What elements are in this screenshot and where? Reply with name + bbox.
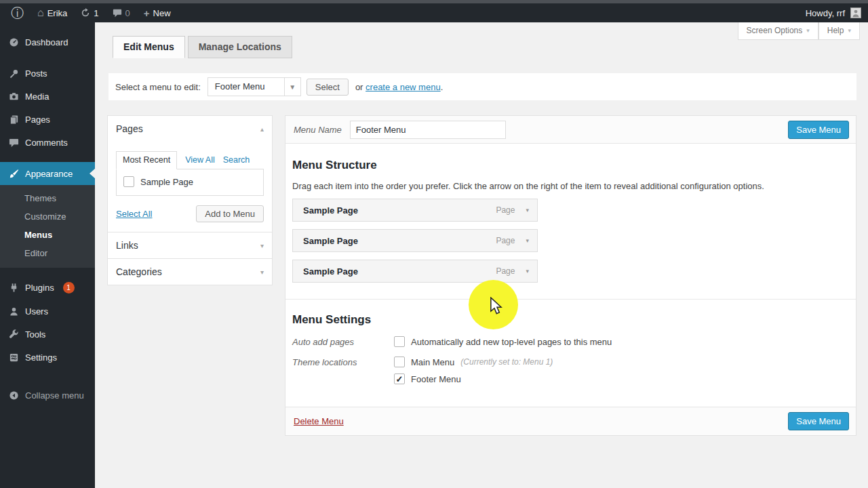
- sidebar-item-label: Media: [25, 92, 49, 102]
- chevron-down-icon: ▾: [260, 268, 264, 276]
- menu-structure-description: Drag each item into the order you prefer…: [292, 181, 849, 191]
- submenu-item-menus[interactable]: Menus: [0, 226, 95, 244]
- auto-add-pages-label: Auto add pages: [292, 336, 394, 347]
- menu-item-label: Sample Page: [303, 236, 496, 246]
- tab-search[interactable]: Search: [223, 155, 250, 165]
- submenu-item-themes[interactable]: Themes: [0, 189, 95, 207]
- sidebar-item-dashboard[interactable]: Dashboard: [0, 30, 95, 54]
- or-text: or: [355, 82, 363, 92]
- select-all-link[interactable]: Select All: [116, 209, 152, 219]
- menu-select-value: Footer Menu: [208, 78, 284, 96]
- chevron-down-icon: ▾: [848, 27, 851, 34]
- links-accordion-title: Links: [116, 240, 138, 251]
- pages-tabs: Most Recent View All Search: [116, 151, 264, 169]
- wordpress-logo-icon: ⓘ: [11, 7, 24, 20]
- sample-page-label: Sample Page: [140, 177, 193, 187]
- menu-settings-section: Menu Settings Auto add pages Automatical…: [292, 300, 849, 390]
- pages-accordion-body: Most Recent View All Search Sample Page …: [108, 142, 272, 232]
- new-label: New: [153, 8, 171, 18]
- help-label: Help: [827, 26, 844, 35]
- chevron-down-icon[interactable]: ▾: [526, 237, 529, 244]
- auto-add-pages-text: Automatically add new top-level pages to…: [411, 337, 612, 347]
- tab-manage-locations[interactable]: Manage Locations: [188, 36, 292, 58]
- chevron-down-icon: ▾: [260, 242, 264, 249]
- add-to-menu-button[interactable]: Add to Menu: [196, 205, 264, 222]
- submenu-item-customize[interactable]: Customize: [0, 207, 95, 226]
- sidebar-item-appearance[interactable]: Appearance: [0, 162, 95, 185]
- sidebar-item-label: Pages: [25, 115, 50, 125]
- pages-checklist: Sample Page: [116, 169, 264, 196]
- appearance-brush-icon: [8, 168, 19, 179]
- tab-most-recent[interactable]: Most Recent: [116, 151, 177, 169]
- categories-accordion-title: Categories: [116, 266, 162, 277]
- menu-item-row[interactable]: Sample Page Page ▾: [292, 199, 538, 222]
- save-menu-button-bottom[interactable]: Save Menu: [788, 412, 849, 430]
- wordpress-logo-menu[interactable]: ⓘ: [5, 3, 29, 22]
- site-name-link[interactable]: ⌂ Erika: [32, 3, 73, 22]
- sidebar-item-posts[interactable]: Posts: [0, 62, 95, 85]
- main-menu-location-note: (Currently set to: Menu 1): [460, 357, 553, 367]
- menu-editor-body: Menu Structure Drag each item into the o…: [285, 144, 856, 435]
- save-menu-button-top[interactable]: Save Menu: [788, 121, 849, 139]
- help-button[interactable]: Help ▾: [818, 22, 860, 40]
- comment-count: 0: [125, 8, 130, 18]
- sidebar-item-media[interactable]: Media: [0, 85, 95, 108]
- sidebar-item-pages[interactable]: Pages: [0, 108, 95, 131]
- create-new-menu-link[interactable]: create a new menu: [366, 82, 441, 92]
- sidebar-item-label: Collapse menu: [25, 390, 84, 401]
- menu-select-dropdown[interactable]: Footer Menu ▼: [208, 77, 301, 96]
- avatar[interactable]: [850, 7, 861, 18]
- menu-name-input[interactable]: [350, 121, 506, 139]
- categories-accordion-header[interactable]: Categories ▾: [108, 259, 272, 285]
- tab-edit-menus[interactable]: Edit Menus: [113, 36, 185, 58]
- sidebar-item-plugins[interactable]: Plugins 1: [0, 276, 95, 300]
- pages-accordion-title: Pages: [116, 123, 143, 134]
- update-icon: [81, 8, 90, 18]
- howdy-account-link[interactable]: Howdy, rrf: [806, 8, 845, 18]
- theme-locations-label: Theme locations: [292, 357, 394, 390]
- dashboard-icon: [8, 37, 19, 47]
- theme-locations-row: Theme locations Main Menu (Currently set…: [292, 357, 849, 390]
- wrench-icon: [8, 329, 19, 340]
- menu-item-row[interactable]: Sample Page Page ▾: [292, 229, 538, 252]
- updates-link[interactable]: 1: [75, 3, 104, 22]
- sample-page-checkbox[interactable]: [123, 176, 134, 187]
- sidebar-item-label: Settings: [25, 352, 57, 363]
- pages-accordion: Pages ▴ Most Recent View All Search Samp…: [107, 115, 273, 232]
- links-accordion-header[interactable]: Links ▾: [108, 232, 272, 258]
- screen-options-button[interactable]: Screen Options ▾: [738, 22, 818, 40]
- appearance-submenu: Themes Customize Menus Editor: [0, 185, 95, 268]
- chevron-down-icon[interactable]: ▾: [526, 268, 529, 274]
- sidebar-item-settings[interactable]: Settings: [0, 346, 95, 369]
- tab-view-all[interactable]: View All: [185, 155, 215, 165]
- submenu-item-editor[interactable]: Editor: [0, 244, 95, 262]
- main-menu-location-checkbox[interactable]: [394, 357, 405, 367]
- menu-item-type: Page: [496, 266, 515, 276]
- sidebar-item-comments[interactable]: Comments: [0, 131, 95, 154]
- nav-tabs: Edit Menus Manage Locations: [113, 36, 295, 58]
- plugin-icon: [8, 283, 19, 293]
- sidebar-item-users[interactable]: Users: [0, 300, 95, 323]
- menu-name-label: Menu Name: [294, 125, 342, 135]
- chevron-down-icon[interactable]: ▾: [526, 207, 529, 214]
- menu-editor-card: Menu Name Save Menu Menu Structure Drag …: [285, 115, 856, 436]
- collapse-menu-button[interactable]: Collapse menu: [0, 384, 95, 407]
- select-menu-label: Select a menu to edit:: [115, 82, 201, 92]
- comments-link[interactable]: 0: [107, 3, 136, 22]
- pages-accordion-header[interactable]: Pages ▴: [108, 116, 272, 142]
- admin-sidebar: Dashboard Posts Media Pages Comments App…: [0, 22, 95, 488]
- new-content-menu[interactable]: + New: [138, 3, 176, 22]
- update-count: 1: [94, 8, 98, 18]
- auto-add-pages-checkbox[interactable]: [394, 336, 405, 347]
- footer-menu-location-checkbox[interactable]: ✓: [394, 373, 405, 384]
- menu-item-row[interactable]: Sample Page Page ▾: [292, 260, 538, 283]
- menu-item-sources: Pages ▴ Most Recent View All Search Samp…: [107, 115, 273, 285]
- select-button[interactable]: Select: [307, 79, 349, 96]
- delete-menu-link[interactable]: Delete Menu: [294, 416, 344, 426]
- plugins-update-badge: 1: [63, 282, 75, 293]
- sidebar-item-label: Appearance: [25, 169, 73, 179]
- menu-structure-title: Menu Structure: [292, 159, 849, 172]
- links-accordion: Links ▾: [107, 232, 273, 259]
- sidebar-item-tools[interactable]: Tools: [0, 323, 95, 346]
- chevron-down-icon: ▼: [284, 78, 300, 96]
